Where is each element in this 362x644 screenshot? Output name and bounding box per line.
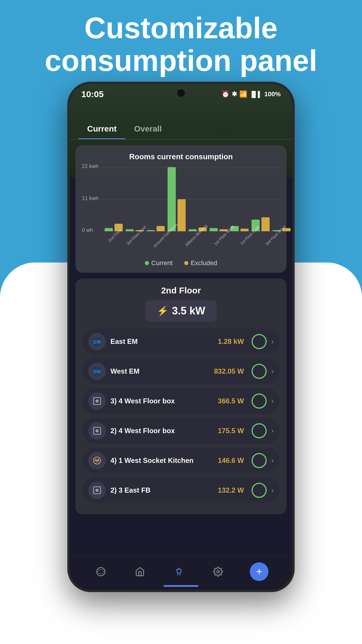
device-power: 175.5 W [218,427,244,435]
device-power: 132.2 W [218,486,244,494]
x-label-item: 3rd Floor East [122,231,147,255]
device-toggle[interactable] [252,393,267,409]
device-row[interactable]: 2) 4 West Floor box175.5 W› [82,418,280,444]
device-icon [88,482,106,499]
device-name: East EM [110,337,213,346]
signal-icon: ▐▌▌ [249,91,262,98]
phone-screen: 10:05 ⏰ ✱ 📶 ▐▌▌ 100% Current Overall Roo… [70,84,292,590]
bar-group [147,167,165,231]
x-label-item: 3rd Floor West [261,231,287,255]
device-row[interactable]: EMEast EM1.28 kW› [82,329,280,354]
bar-group [210,167,228,231]
bar-current [210,228,218,231]
device-icon: EM [88,333,106,350]
legend-excluded-dot [184,261,188,265]
device-chevron: › [271,397,274,405]
bar-current [126,229,134,231]
svg-text:EM: EM [94,369,101,374]
bar-current [168,167,176,231]
device-name: 2) 3 East FB [110,486,213,494]
legend-current-dot [145,261,149,265]
svg-point-9 [95,460,96,461]
device-chevron: › [271,427,274,435]
device-row[interactable]: 4) 1 West Socket Kitchen146.6 W› [82,448,280,473]
bar-current [105,228,113,231]
device-power: 366.5 W [218,397,244,405]
y-label-bottom: 0 wh [82,227,93,233]
device-toggle[interactable] [252,453,267,468]
bar-excluded [240,229,249,231]
gear-icon [211,564,225,579]
device-power: 832.05 W [214,367,244,375]
svg-point-12 [96,489,98,491]
alarm-icon: ⏰ [222,90,229,98]
chart-card: Rooms current consumption 22 kwh 11 kwh … [75,145,287,273]
device-toggle[interactable] [252,364,267,379]
floor-power: ⚡ 3.5 kW [82,300,280,322]
device-toggle[interactable] [252,423,267,438]
camera-notch [177,89,185,97]
device-power: 146.6 W [218,456,244,465]
device-name: West EM [110,367,209,375]
bar-group [273,167,291,231]
device-icon [88,452,106,469]
bar-excluded [157,226,165,231]
x-label-text: 4th Floor East [291,225,292,246]
device-row[interactable]: 2) 3 East FB132.2 W› [82,477,280,503]
device-toggle[interactable] [252,334,267,349]
device-icon: EM [88,363,106,380]
bar-excluded [261,217,270,231]
y-label-mid: 11 kwh [82,195,99,202]
home-indicator [164,585,198,587]
nav-plug[interactable] [172,564,186,579]
tabs-container: Current Overall [70,120,292,139]
device-icon [88,422,106,440]
bar-current [189,229,197,231]
nav-settings[interactable] [211,564,225,579]
device-icon [88,392,106,410]
house-icon [133,564,147,579]
svg-point-14 [217,570,219,573]
svg-point-10 [98,460,99,461]
device-toggle[interactable] [252,483,267,498]
floor-title: 2nd Floor [82,286,280,295]
device-name: 2) 4 West Floor box [110,427,213,435]
svg-point-7 [96,430,98,432]
plus-icon: + [256,566,262,577]
legend-current-label: Current [151,259,173,267]
bottom-nav: + [70,556,292,590]
device-power: 1.28 kW [218,337,244,346]
plug-icon [172,564,186,579]
device-name: 3) 4 West Floor box [110,397,213,405]
status-icons: ⏰ ✱ 📶 ▐▌▌ 100% [222,90,281,98]
svg-point-5 [96,400,98,402]
chart-area: 22 kwh 11 kwh 0 wh 2nd Floor3rd Floor Ea… [81,167,281,255]
nav-dashboard[interactable] [94,564,108,579]
x-label-item: 1st Floor West [209,231,236,255]
legend-excluded-label: Excluded [191,259,217,267]
x-label-item: 1st Floor East [236,231,261,255]
nav-home[interactable] [133,564,147,579]
gauge-icon [94,564,108,579]
battery-icon: 100% [264,90,281,98]
bar-group [105,167,123,231]
svg-text:EM: EM [94,340,101,344]
device-row[interactable]: EMWest EM832.05 W› [82,358,280,384]
device-chevron: › [271,486,274,494]
bar-group [189,167,207,231]
tab-current[interactable]: Current [78,120,125,139]
nav-add-button[interactable]: + [250,562,268,581]
legend-excluded: Excluded [184,259,217,267]
tab-overall[interactable]: Overall [125,120,171,139]
wifi-icon: 📶 [239,90,247,98]
phone-frame: 10:05 ⏰ ✱ 📶 ▐▌▌ 100% Current Overall Roo… [67,82,295,592]
bar-group [126,167,144,231]
device-chevron: › [271,337,274,346]
power-badge: ⚡ 3.5 kW [145,300,217,322]
chart-legend: Current Excluded [81,259,281,267]
legend-current: Current [145,259,173,267]
device-row[interactable]: 3) 4 West Floor box366.5 W› [82,388,280,414]
lightning-icon: ⚡ [157,305,168,316]
bars-container [102,167,281,231]
status-time: 10:05 [81,89,104,99]
